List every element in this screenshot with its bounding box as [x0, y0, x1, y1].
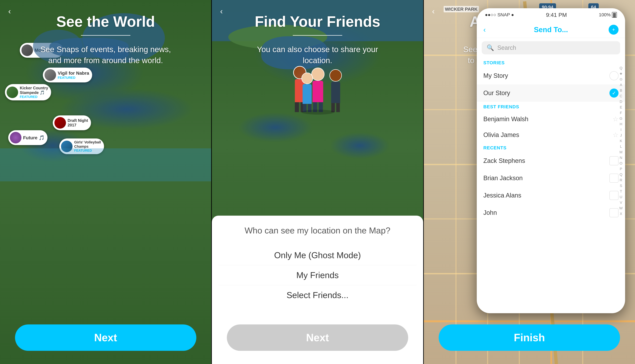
bitmoji-group: [293, 66, 342, 112]
alpha-r[interactable]: R: [618, 178, 624, 182]
status-right: 100% ▓: [599, 12, 617, 18]
our-story-check[interactable]: [610, 88, 618, 98]
alpha-a[interactable]: A: [618, 83, 624, 87]
brian-jackson-item[interactable]: Brian Jackson: [477, 170, 625, 187]
phone-send-to-title: Send To...: [534, 26, 568, 34]
benjamin-walsh-item[interactable]: Benjamin Walsh ☆: [477, 111, 625, 127]
panel1-title: See the World: [56, 13, 155, 30]
phone-status-bar: ●●○○ SNAP ● 9:41 PM 100% ▓: [477, 8, 625, 22]
divider-2-3: [423, 0, 424, 364]
bitmoji-head-4: [329, 69, 342, 82]
stories-section-label: STORIES: [477, 58, 625, 67]
divider-1-2: [211, 0, 212, 364]
alpha-k[interactable]: K: [618, 139, 624, 143]
alpha-c[interactable]: C: [618, 94, 624, 98]
back-button-1[interactable]: ‹: [8, 6, 11, 16]
alpha-d[interactable]: D: [618, 100, 624, 104]
alpha-p[interactable]: P: [618, 167, 624, 171]
olivia-star-icon[interactable]: ☆: [612, 131, 618, 139]
panel-add-story: WICKER PARK Goose Island 90·94 64 ‹ Add …: [424, 0, 635, 364]
battery-icon: ▓: [612, 12, 617, 18]
alpha-v[interactable]: V: [618, 200, 624, 205]
bitmoji-leg-1a: [295, 102, 299, 112]
my-story-check[interactable]: [610, 71, 618, 80]
alphabet-index: Q ★ ⊙ A B C D E F G H I J K L M N O P Q …: [618, 66, 624, 216]
alpha-star[interactable]: ★: [618, 72, 624, 76]
brian-checkbox[interactable]: [610, 174, 618, 183]
alpha-w[interactable]: W: [618, 206, 624, 210]
benjamin-walsh-label: Benjamin Walsh: [483, 116, 528, 123]
bitmoji-head-3: [311, 68, 324, 81]
benjamin-star-icon[interactable]: ☆: [612, 115, 618, 123]
phone-mockup: ●●○○ SNAP ● 9:41 PM 100% ▓ ‹ Send To... …: [477, 8, 625, 313]
search-icon: 🔍: [487, 44, 494, 51]
john-checkbox[interactable]: [610, 208, 618, 217]
add-friend-icon: +: [612, 27, 615, 32]
alpha-g[interactable]: G: [618, 116, 624, 121]
john-item[interactable]: John: [477, 204, 625, 222]
alpha-h[interactable]: H: [618, 122, 624, 126]
panel1-divider: [81, 35, 130, 36]
jessica-alans-item[interactable]: Jessica Alans: [477, 187, 625, 204]
alpha-x[interactable]: X: [618, 212, 624, 216]
olivia-james-item[interactable]: Olivia James ☆: [477, 127, 625, 143]
panel1-subtitle: See Snaps of events, breaking news, and …: [32, 44, 180, 66]
alpha-s[interactable]: S: [618, 184, 624, 188]
alpha-u[interactable]: U: [618, 195, 624, 199]
brian-jackson-label: Brian Jackson: [483, 174, 523, 182]
phone-search-bar[interactable]: 🔍 Search: [482, 41, 620, 54]
olivia-james-label: Olivia James: [483, 132, 519, 138]
phone-back-button[interactable]: ‹: [483, 26, 486, 34]
john-label: John: [483, 209, 497, 216]
alpha-b[interactable]: B: [618, 88, 624, 93]
zack-checkbox[interactable]: [610, 156, 618, 165]
alpha-m[interactable]: M: [618, 150, 624, 154]
my-story-item[interactable]: My Story: [477, 67, 625, 84]
alpha-q2[interactable]: Q: [618, 172, 624, 177]
battery-text: 100%: [599, 12, 611, 18]
my-story-label: My Story: [483, 72, 508, 79]
status-time: 9:41 PM: [546, 12, 567, 18]
alpha-circle[interactable]: ⊙: [618, 77, 624, 82]
bitmoji-head-2: [301, 72, 313, 84]
alpha-o[interactable]: O: [618, 161, 624, 166]
alpha-n[interactable]: N: [618, 156, 624, 160]
bitmoji-leg-4b: [336, 103, 340, 112]
panel-see-world: ‹ See the World See Snaps of events, bre…: [0, 0, 211, 364]
bitmoji-legs-4: [331, 103, 340, 112]
bitmoji-shadow: [301, 110, 334, 114]
alpha-e[interactable]: E: [618, 105, 624, 110]
alpha-q[interactable]: Q: [618, 66, 624, 70]
panel2-title: Find Your Friends: [255, 13, 380, 30]
next-button-1[interactable]: Next: [15, 324, 196, 351]
finish-button[interactable]: Finish: [439, 324, 620, 351]
status-left: ●●○○ SNAP ●: [485, 12, 514, 18]
our-story-label: Our Story: [483, 90, 510, 96]
best-friends-section-label: BEST FRIENDS: [477, 102, 625, 111]
alpha-f[interactable]: F: [618, 111, 624, 115]
jessica-checkbox[interactable]: [610, 191, 618, 200]
zack-stephens-item[interactable]: Zack Stephens: [477, 152, 625, 170]
bitmoji-char-group: [311, 68, 324, 112]
alpha-i[interactable]: I: [618, 128, 624, 132]
panel2-divider: [293, 35, 342, 36]
alpha-l[interactable]: L: [618, 144, 624, 149]
panel-find-friends: ‹ Find Your Friends You can also choose …: [212, 0, 423, 364]
add-friend-button[interactable]: +: [608, 25, 618, 34]
alpha-j[interactable]: J: [618, 133, 624, 138]
panel1-content: See the World See Snaps of events, break…: [0, 0, 211, 364]
zack-stephens-label: Zack Stephens: [483, 157, 525, 164]
panel2-content: Find Your Friends You can also choose to…: [212, 0, 423, 364]
phone-header: ‹ Send To... +: [477, 22, 625, 38]
bitmoji-body-2: [303, 84, 312, 104]
back-button-2[interactable]: ‹: [220, 6, 223, 16]
recents-section-label: RECENTS: [477, 143, 625, 152]
our-story-item[interactable]: Our Story: [477, 84, 625, 102]
alpha-t[interactable]: T: [618, 189, 624, 194]
panel2-subtitle: You can also choose to share your locati…: [243, 44, 392, 66]
back-button-3[interactable]: ‹: [432, 6, 435, 16]
bitmoji-char-4: [329, 69, 342, 112]
bitmoji-char-3: [311, 68, 324, 112]
bitmoji-body-4: [331, 82, 340, 103]
next-button-2[interactable]: Next: [227, 324, 408, 351]
